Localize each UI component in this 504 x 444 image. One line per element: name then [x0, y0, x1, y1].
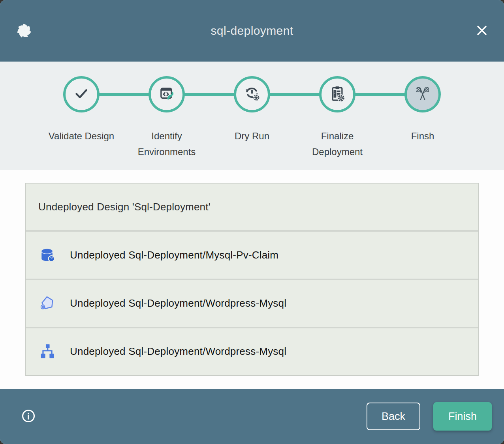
step-circle-dry-run[interactable]	[234, 76, 270, 112]
list-item-text: Undeployed Sql-Deployment/Wordpress-Mysq…	[70, 345, 286, 358]
step-label: Finsh	[411, 128, 434, 144]
workload-tree-icon	[38, 343, 56, 361]
dialog-title: sql-deployment	[0, 24, 504, 37]
close-button[interactable]	[473, 22, 491, 39]
check-icon	[72, 84, 90, 104]
info-button[interactable]	[20, 408, 37, 425]
list-item-design: Undeployed Design 'Sql-Deployment'	[26, 184, 478, 230]
step-circle-finish[interactable]	[404, 76, 441, 112]
step-circle-identify-environments[interactable]	[149, 76, 185, 112]
status-list: Undeployed Design 'Sql-Deployment' ? Und…	[25, 183, 479, 376]
deployment-status-panel: Undeployed Design 'Sql-Deployment' ? Und…	[0, 170, 504, 389]
step-label: Validate Design	[49, 128, 114, 144]
code-wrench-icon	[158, 84, 176, 104]
step-circle-validate-design[interactable]	[63, 76, 100, 112]
component-pentagon-icon	[38, 294, 56, 313]
list-item-wordpress-mysql-workload: Undeployed Sql-Deployment/Wordpress-Mysq…	[26, 328, 478, 375]
step-finalize-deployment: Finalize Deployment	[295, 76, 380, 160]
clipboard-gear-icon	[328, 84, 346, 104]
database-icon: ?	[38, 246, 56, 264]
info-icon	[21, 408, 36, 425]
list-item-mysql-pv-claim: ? Undeployed Sql-Deployment/Mysql-Pv-Cla…	[26, 232, 478, 278]
dialog-header: sql-deployment	[0, 0, 504, 62]
list-item-text: Undeployed Sql-Deployment/Mysql-Pv-Claim	[70, 249, 278, 261]
step-validate-design: Validate Design	[39, 76, 124, 160]
meshery-logo-icon	[13, 20, 35, 41]
back-button[interactable]: Back	[367, 403, 420, 430]
list-item-wordpress-mysql-service: Undeployed Sql-Deployment/Wordpress-Mysq…	[26, 280, 478, 327]
step-circle-finalize-deployment[interactable]	[319, 76, 355, 112]
finish-button[interactable]: Finish	[433, 402, 492, 431]
dry-run-gear-icon	[243, 84, 261, 104]
checkered-flags-icon	[414, 84, 432, 104]
step-label: Dry Run	[235, 128, 269, 144]
list-item-text: Undeployed Sql-Deployment/Wordpress-Mysq…	[70, 297, 286, 309]
step-label: Identify Environments	[133, 128, 200, 160]
step-label: Finalize Deployment	[304, 128, 371, 160]
close-icon	[474, 22, 490, 39]
step-identify-environments: Identify Environments	[124, 76, 209, 160]
deployment-wizard-dialog: sql-deployment	[0, 0, 504, 444]
dialog-footer: Back Finish	[0, 389, 504, 444]
step-finish: Finsh	[380, 76, 465, 160]
svg-text:?: ?	[50, 257, 53, 261]
wizard-stepper: Validate Design Ident	[0, 62, 504, 170]
step-dry-run: Dry Run	[209, 76, 295, 160]
list-item-text: Undeployed Design 'Sql-Deployment'	[38, 201, 211, 213]
